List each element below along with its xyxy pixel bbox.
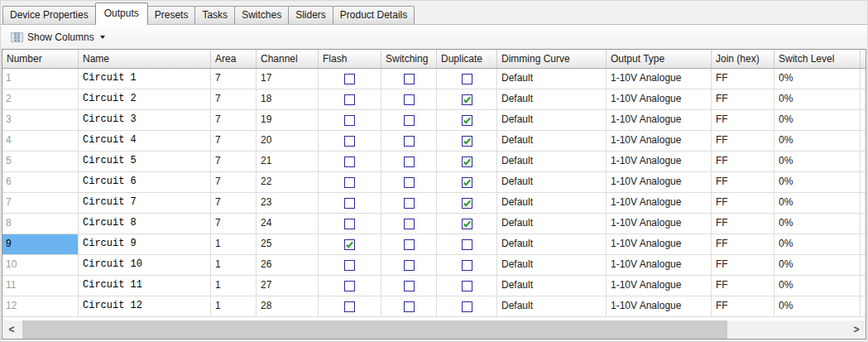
- scroll-thumb[interactable]: [22, 320, 727, 339]
- cell-number[interactable]: 2: [2, 89, 79, 109]
- cell-join_hex[interactable]: FF: [712, 131, 774, 151]
- switching-checkbox[interactable]: [404, 219, 415, 229]
- cell-area[interactable]: 7: [211, 193, 257, 213]
- cell-dimming_curve[interactable]: Default: [497, 276, 607, 296]
- cell-area[interactable]: 7: [211, 214, 257, 234]
- duplicate-checkbox[interactable]: [462, 157, 472, 167]
- cell-output_type[interactable]: 1-10V Analogue: [607, 193, 712, 213]
- duplicate-checkbox[interactable]: [462, 239, 472, 250]
- cell-output_type[interactable]: 1-10V Analogue: [607, 110, 712, 130]
- switching-checkbox[interactable]: [404, 74, 415, 84]
- cell-join_hex[interactable]: FF: [712, 296, 774, 316]
- cell-number[interactable]: 1: [2, 69, 79, 89]
- duplicate-checkbox[interactable]: [462, 74, 472, 84]
- tab-outputs[interactable]: Outputs: [95, 2, 148, 25]
- duplicate-checkbox[interactable]: [462, 281, 472, 291]
- cell-area[interactable]: 7: [211, 89, 257, 109]
- switching-checkbox[interactable]: [404, 198, 415, 209]
- cell-number[interactable]: 10: [2, 255, 79, 275]
- flash-checkbox[interactable]: [344, 239, 355, 250]
- duplicate-checkbox[interactable]: [462, 198, 472, 209]
- cell-switch_level[interactable]: 0%: [774, 89, 861, 109]
- cell-switch_level[interactable]: 0%: [774, 296, 861, 316]
- cell-output_type[interactable]: 1-10V Analogue: [607, 255, 712, 275]
- cell-name[interactable]: Circuit 12: [79, 296, 211, 316]
- switching-checkbox[interactable]: [404, 301, 415, 312]
- cell-channel[interactable]: 25: [257, 234, 319, 254]
- flash-checkbox[interactable]: [344, 198, 355, 209]
- cell-join_hex[interactable]: FF: [712, 89, 774, 109]
- duplicate-checkbox[interactable]: [462, 301, 472, 312]
- cell-number[interactable]: 6: [2, 172, 79, 192]
- duplicate-checkbox[interactable]: [462, 219, 472, 229]
- cell-channel[interactable]: 21: [257, 152, 319, 171]
- cell-join_hex[interactable]: FF: [712, 69, 774, 89]
- cell-dimming_curve[interactable]: Default: [497, 214, 607, 234]
- cell-name[interactable]: Circuit 11: [79, 276, 211, 296]
- duplicate-checkbox[interactable]: [462, 177, 472, 188]
- cell-channel[interactable]: 24: [257, 214, 319, 234]
- cell-number[interactable]: 8: [2, 214, 79, 234]
- horizontal-scrollbar[interactable]: < >: [2, 320, 866, 339]
- cell-number[interactable]: 12: [2, 296, 79, 316]
- flash-checkbox[interactable]: [344, 157, 355, 167]
- flash-checkbox[interactable]: [344, 115, 355, 126]
- duplicate-checkbox[interactable]: [462, 94, 472, 105]
- cell-channel[interactable]: 19: [257, 110, 319, 130]
- flash-checkbox[interactable]: [344, 301, 355, 312]
- cell-number[interactable]: 5: [2, 152, 79, 171]
- switching-checkbox[interactable]: [404, 115, 415, 126]
- flash-checkbox[interactable]: [344, 74, 355, 84]
- cell-output_type[interactable]: 1-10V Analogue: [607, 69, 712, 89]
- cell-switch_level[interactable]: 0%: [774, 193, 861, 213]
- cell-area[interactable]: 1: [211, 255, 257, 275]
- cell-channel[interactable]: 22: [257, 172, 319, 192]
- flash-checkbox[interactable]: [344, 219, 355, 229]
- cell-name[interactable]: Circuit 9: [79, 234, 211, 254]
- cell-channel[interactable]: 28: [257, 296, 319, 316]
- cell-join_hex[interactable]: FF: [712, 276, 774, 296]
- flash-checkbox[interactable]: [344, 94, 355, 105]
- cell-dimming_curve[interactable]: Default: [497, 193, 607, 213]
- cell-name[interactable]: Circuit 4: [79, 131, 211, 151]
- switching-checkbox[interactable]: [404, 260, 415, 271]
- cell-join_hex[interactable]: FF: [712, 234, 774, 254]
- cell-area[interactable]: 7: [211, 172, 257, 192]
- cell-switch_level[interactable]: 0%: [774, 214, 861, 234]
- tab-device-properties[interactable]: Device Properties: [2, 6, 96, 24]
- cell-output_type[interactable]: 1-10V Analogue: [607, 172, 712, 192]
- scroll-right-button[interactable]: >: [847, 320, 866, 339]
- cell-join_hex[interactable]: FF: [712, 172, 774, 192]
- cell-name[interactable]: Circuit 6: [79, 172, 211, 192]
- flash-checkbox[interactable]: [344, 281, 355, 291]
- cell-dimming_curve[interactable]: Default: [497, 89, 607, 109]
- cell-join_hex[interactable]: FF: [712, 110, 774, 130]
- cell-number[interactable]: 4: [2, 131, 79, 151]
- scroll-left-button[interactable]: <: [2, 320, 21, 339]
- cell-join_hex[interactable]: FF: [712, 193, 774, 213]
- switching-checkbox[interactable]: [404, 177, 415, 188]
- duplicate-checkbox[interactable]: [462, 115, 472, 126]
- cell-output_type[interactable]: 1-10V Analogue: [607, 152, 712, 171]
- cell-output_type[interactable]: 1-10V Analogue: [607, 296, 712, 316]
- duplicate-checkbox[interactable]: [462, 136, 472, 147]
- cell-area[interactable]: 1: [211, 234, 257, 254]
- cell-join_hex[interactable]: FF: [712, 255, 774, 275]
- cell-output_type[interactable]: 1-10V Analogue: [607, 131, 712, 151]
- show-columns-button[interactable]: Show Columns: [4, 28, 112, 46]
- switching-checkbox[interactable]: [404, 281, 415, 291]
- cell-area[interactable]: 1: [211, 296, 257, 316]
- tab-switches[interactable]: Switches: [234, 6, 289, 24]
- flash-checkbox[interactable]: [344, 177, 355, 188]
- cell-area[interactable]: 7: [211, 110, 257, 130]
- flash-checkbox[interactable]: [344, 260, 355, 271]
- cell-switch_level[interactable]: 0%: [774, 110, 861, 130]
- switching-checkbox[interactable]: [404, 136, 415, 147]
- cell-name[interactable]: Circuit 2: [79, 89, 211, 109]
- cell-number[interactable]: 7: [2, 193, 79, 213]
- cell-output_type[interactable]: 1-10V Analogue: [607, 214, 712, 234]
- tab-tasks[interactable]: Tasks: [194, 6, 235, 24]
- switching-checkbox[interactable]: [404, 94, 415, 105]
- cell-switch_level[interactable]: 0%: [774, 276, 861, 296]
- cell-output_type[interactable]: 1-10V Analogue: [607, 234, 712, 254]
